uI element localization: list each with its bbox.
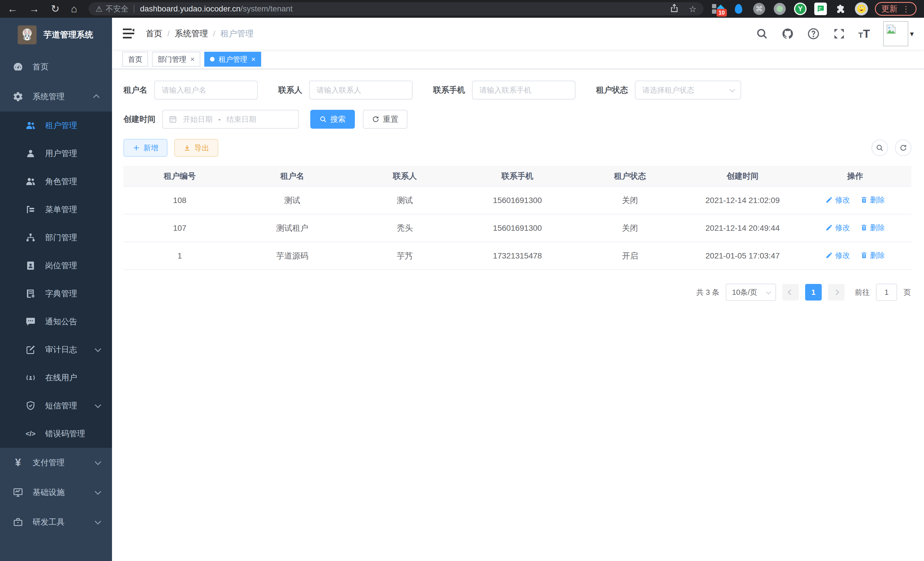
sidebar-item-tenant[interactable]: 租户管理 [0,111,112,140]
sidebar-item-audit-log[interactable]: 审计日志 [0,336,112,364]
mobile-input[interactable] [472,81,575,99]
fullscreen-icon[interactable] [833,27,845,40]
sidebar-item-notice[interactable]: 通知公告 [0,308,112,336]
user-menu[interactable]: ▾ [883,21,914,46]
cell-tenant-name: 芋道源码 [236,242,349,270]
search-icon [876,144,884,152]
breadcrumb-system[interactable]: 系统管理 [175,28,208,39]
reset-button[interactable]: 重置 [363,110,407,129]
date-range-picker[interactable]: 开始日期 - 结束日期 [162,110,299,129]
address-bar[interactable]: ⚠ 不安全 dashboard.yudao.iocoder.cn /system… [88,2,704,15]
search-icon[interactable] [756,27,768,40]
status-label: 租户状态 [596,85,628,96]
edit-link[interactable]: 修改 [825,250,850,260]
security-label[interactable]: 不安全 [105,4,129,14]
export-button[interactable]: 导出 [174,139,218,157]
edit-link[interactable]: 修改 [825,223,850,233]
sidebar-collapse-icon[interactable] [122,28,135,39]
sidebar-item-user[interactable]: 用户管理 [0,140,112,168]
sidebar-item-label: 菜单管理 [45,204,77,215]
goto-label: 前往 [855,287,870,297]
col-tenant-id: 租户编号 [123,166,236,186]
search-button[interactable]: 搜索 [310,110,355,129]
omnibox-divider [134,5,134,13]
broken-image-icon [885,23,897,35]
dot-extension-icon[interactable] [773,2,786,15]
sidebar-item-role[interactable]: 角色管理 [0,168,112,196]
cell-mobile: 17321315478 [461,242,574,270]
sidebar-item-online-users[interactable]: 在线用户 [0,364,112,392]
sidebar-logo[interactable]: 🐰 芋道管理系统 [0,18,112,52]
url-host[interactable]: dashboard.yudao.iocoder.cn [140,4,241,14]
sidebar-item-sms[interactable]: 短信管理 [0,392,112,420]
users-icon [25,120,36,131]
add-button[interactable]: 新增 [123,139,167,157]
font-size-icon[interactable]: TT [859,27,870,40]
delete-link[interactable]: 删除 [860,250,885,260]
command-extension-icon[interactable]: ⌘ [753,2,766,15]
refresh-table-button[interactable] [895,140,911,156]
browser-menu-icon[interactable]: ⋮ [902,4,910,14]
tab-home[interactable]: 首页 [122,52,148,67]
sidebar-item-devtools[interactable]: 研发工具 [0,507,112,537]
tab-dept[interactable]: 部门管理 × [152,52,200,67]
emoji-extension-icon[interactable] [855,2,868,15]
forward-icon[interactable]: → [29,4,39,14]
back-icon[interactable]: ← [8,4,18,14]
reload-icon[interactable]: ↻ [51,4,59,14]
next-page-button[interactable] [828,284,844,301]
bookmark-star-icon[interactable]: ☆ [689,4,697,14]
close-icon[interactable]: × [251,55,255,64]
browser-update-button[interactable]: 更新 ⋮ [875,2,916,16]
github-icon[interactable] [782,27,794,40]
sidebar: 🐰 芋道管理系统 首页 系统管理 租户管理 [0,18,112,561]
goto-page-input[interactable] [876,284,897,301]
tabs-extension-icon[interactable]: 10 [711,2,724,15]
edit-link[interactable]: 修改 [825,195,850,205]
cell-mobile: 15601691300 [461,186,574,214]
delete-link[interactable]: 删除 [860,223,885,233]
sidebar-item-error-code[interactable]: </> 错误码管理 [0,420,112,448]
share-icon[interactable] [669,3,679,15]
trash-icon [860,196,868,204]
status-select[interactable]: 请选择租户状态 [635,81,741,99]
chevron-right-icon [833,289,839,295]
toggle-search-button[interactable] [872,140,888,156]
delete-link[interactable]: 删除 [860,195,885,205]
chat-extension-icon[interactable] [814,3,827,15]
shield-icon [25,400,36,411]
calendar-icon [169,115,177,123]
url-path[interactable]: /system/tenant [241,4,292,14]
tab-tenant[interactable]: 租户管理 × [204,52,261,67]
sidebar-item-menu[interactable]: 菜单管理 [0,196,112,224]
update-label: 更新 [881,3,897,14]
cell-status: 开启 [574,242,686,270]
not-secure-icon: ⚠ [95,4,103,14]
sidebar-item-post[interactable]: 岗位管理 [0,252,112,280]
sidebar-item-system[interactable]: 系统管理 [0,82,112,111]
page-size-select[interactable]: 10条/页 [726,284,776,301]
audit-log-icon [25,344,36,355]
tenant-name-input[interactable] [154,81,258,99]
puzzle-extensions-icon[interactable] [834,2,848,15]
contact-input[interactable] [309,81,412,99]
home-icon[interactable]: ⌂ [71,4,77,14]
breadcrumb-home[interactable]: 首页 [146,28,162,39]
sidebar-item-infra[interactable]: 基础设施 [0,478,112,507]
help-icon[interactable] [807,27,820,40]
table-row: 1 芋道源码 芋艿 17321315478 开启 2021-01-05 17:0… [123,242,911,270]
avatar[interactable] [883,21,908,46]
sidebar-item-pay[interactable]: ¥ 支付管理 [0,448,112,478]
sidebar-item-home[interactable]: 首页 [0,52,112,82]
sidebar-item-label: 短信管理 [45,400,77,411]
pin-extension-icon[interactable] [732,2,745,15]
sidebar-item-dict[interactable]: 字典管理 [0,280,112,308]
active-dot-icon [210,57,214,62]
sidebar-item-dept[interactable]: 部门管理 [0,224,112,252]
sidebar-item-label: 字典管理 [45,288,77,299]
close-icon[interactable]: × [190,55,195,64]
y-extension-icon[interactable]: Y [794,2,807,15]
breadcrumb-separator: / [213,29,215,38]
prev-page-button[interactable] [782,284,799,301]
page-1-button[interactable]: 1 [805,284,822,301]
